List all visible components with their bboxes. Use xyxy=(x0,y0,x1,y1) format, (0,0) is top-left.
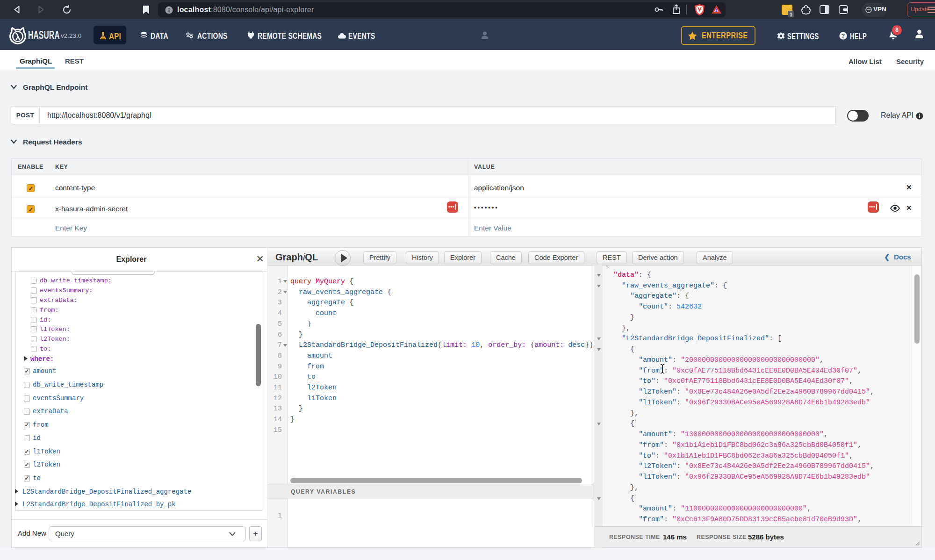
svg-text:?: ? xyxy=(842,33,845,39)
